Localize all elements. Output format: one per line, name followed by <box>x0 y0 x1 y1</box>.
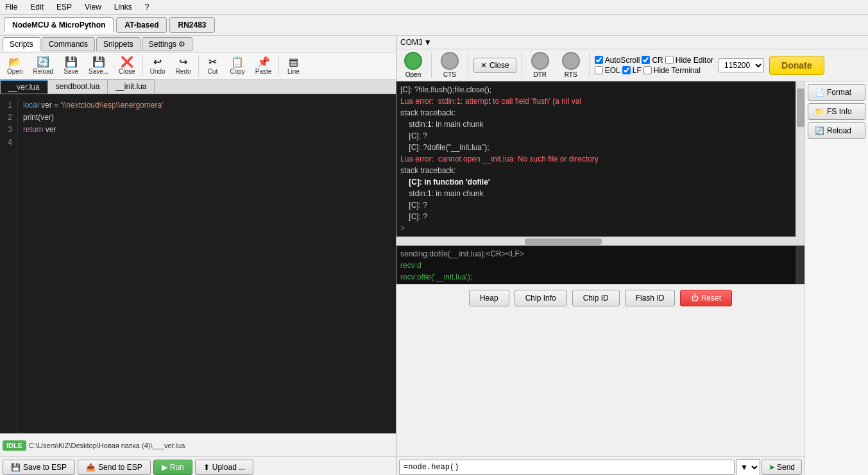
save-label: Save <box>64 68 78 75</box>
heap-button[interactable]: Heap <box>469 290 509 306</box>
toolbar-separator-3 <box>278 56 279 76</box>
file-tab-init[interactable]: __init.lua <box>107 79 155 94</box>
reset-icon: ⏻ <box>691 294 699 303</box>
redo-label: Redo <box>176 68 191 75</box>
log-output[interactable]: sending:dofile(__init.lua);<CR><LF> recv… <box>396 246 796 284</box>
save-button[interactable]: 💾 Save <box>59 55 83 77</box>
undo-button[interactable]: ↩ Undo <box>146 55 170 77</box>
dtr-label: DTR <box>533 71 547 78</box>
tab-nodemcu[interactable]: NodeMCU & MicroPython <box>4 17 114 33</box>
fs-info-button[interactable]: 📁 FS Info <box>808 103 865 120</box>
toolbar-tab-bar: Scripts Commands Snippets Settings ⚙ <box>0 36 396 53</box>
command-dropdown[interactable]: ▼ <box>736 459 760 475</box>
open-conn-button[interactable]: Open <box>400 52 426 78</box>
right-spacer <box>396 312 804 456</box>
send-to-esp-button[interactable]: 📤 Send to ESP <box>78 460 151 475</box>
eol-label: EOL <box>605 66 620 75</box>
reset-button[interactable]: ⏻ Reset <box>680 290 732 306</box>
tab-settings[interactable]: Settings ⚙ <box>142 37 193 51</box>
reload-esp-icon: 🔄 <box>815 126 824 135</box>
open-button[interactable]: 📂 Open <box>3 55 27 77</box>
file-tab-sendboot[interactable]: sendboot.lua <box>47 79 108 94</box>
menu-view[interactable]: View <box>82 1 104 13</box>
menu-esp[interactable]: ESP <box>54 1 74 13</box>
terminal-output[interactable]: [C]: ?file.flush();file.close(); Lua err… <box>396 81 796 237</box>
eol-checkbox[interactable] <box>595 66 603 74</box>
horizontal-scrollbar[interactable] <box>396 237 804 246</box>
menu-links[interactable]: Links <box>112 1 135 13</box>
dtr-button[interactable]: DTR <box>527 52 553 78</box>
command-input[interactable] <box>399 460 735 475</box>
terminal-line: stdin:1: in main chunk <box>400 188 792 199</box>
save-to-esp-button[interactable]: 💾 Save to ESP <box>3 460 75 475</box>
cts-button[interactable]: CTS <box>437 52 463 78</box>
run-button[interactable]: ▶ Run <box>153 460 192 475</box>
conn-separator-4 <box>589 53 590 78</box>
chip-id-button[interactable]: Chip ID <box>572 290 620 306</box>
terminal-line: [C]: in function 'dofile' <box>400 176 792 188</box>
hide-terminal-checkbox[interactable] <box>643 66 652 74</box>
reload-button[interactable]: 🔄 Reload <box>28 55 58 77</box>
status-path: C:\Users\KiZ\Desktop\Новая папка (4)\___… <box>29 442 185 449</box>
menu-bar: File Edit ESP View Links ? <box>0 0 868 15</box>
horiz-scrollbar-thumb <box>525 238 602 245</box>
status-bar: IDLE C:\Users\KiZ\Desktop\Новая папка (4… <box>0 433 396 456</box>
com-port-selector[interactable]: COM3 ▼ <box>400 38 432 47</box>
tab-commands[interactable]: Commands <box>42 37 95 51</box>
tab-scripts[interactable]: Scripts <box>3 37 40 51</box>
terminal-scrollbar[interactable] <box>796 81 804 237</box>
chip-info-button[interactable]: Chip Info <box>515 290 567 306</box>
line-label: Line <box>287 68 300 75</box>
rts-button[interactable]: RTS <box>558 52 584 78</box>
terminal-line: Lua error: cannot open __init.lua: No su… <box>400 153 792 165</box>
save-icon: 💾 <box>65 57 78 67</box>
com-port-label: COM3 <box>400 38 423 47</box>
open-indicator <box>404 52 422 70</box>
reload-icon: 🔄 <box>37 57 49 67</box>
reload-esp-button[interactable]: 🔄 Reload <box>808 122 865 139</box>
log-scrollbar[interactable] <box>796 246 804 284</box>
send-esp-icon: 📤 <box>86 463 96 472</box>
checkbox-group: AutoScroll CR Hide Editor EOL LF Hide Te… <box>595 56 713 75</box>
flash-id-button[interactable]: Flash ID <box>625 290 676 306</box>
tab-rn2483[interactable]: RN2483 <box>169 17 214 33</box>
upload-button[interactable]: ⬆ Upload ... <box>195 460 253 475</box>
log-line: sending:dofile(__init.lua);<CR><LF> <box>400 248 792 260</box>
tab-snippets[interactable]: Snippets <box>96 37 140 51</box>
send-button[interactable]: ➤ Send <box>762 460 802 475</box>
hide-editor-checkbox[interactable] <box>665 56 674 64</box>
save-as-icon: 💾 <box>92 57 105 67</box>
side-buttons-panel: 📄 Format 📁 FS Info 🔄 Reload <box>804 81 868 475</box>
copy-button[interactable]: 📋 Copy <box>226 55 250 77</box>
cut-button[interactable]: ✂ Cut <box>201 55 225 77</box>
tab-at-based[interactable]: AT-based <box>116 17 167 33</box>
redo-button[interactable]: ↪ Redo <box>171 55 196 77</box>
toolbar-separator-2 <box>198 56 199 76</box>
autoscroll-checkbox[interactable] <box>595 56 603 64</box>
lf-checkbox[interactable] <box>622 66 631 74</box>
code-content[interactable]: local ver = '\\nextcloud\\esp\\energomer… <box>18 94 396 433</box>
dtr-indicator <box>531 52 549 70</box>
terminal-section: [C]: ?file.flush();file.close(); Lua err… <box>396 81 868 475</box>
menu-edit[interactable]: Edit <box>28 1 46 13</box>
format-button[interactable]: 📄 Format <box>808 84 865 101</box>
donate-button[interactable]: Donate <box>769 56 824 75</box>
code-editor[interactable]: 1 2 3 4 local ver = '\\nextcloud\\esp\\e… <box>0 94 396 433</box>
reload-label: Reload <box>33 68 53 75</box>
terminal-line: [C]: ? <box>400 130 792 142</box>
file-tab-ver[interactable]: __ver.lua <box>0 79 48 94</box>
save-as-button[interactable]: 💾 Save... <box>84 55 113 77</box>
menu-help[interactable]: ? <box>142 1 152 13</box>
paste-button[interactable]: 📌 Paste <box>251 55 277 77</box>
cr-checkbox[interactable] <box>642 56 650 64</box>
menu-file[interactable]: File <box>3 1 20 13</box>
open-label: Open <box>7 68 22 75</box>
baud-rate-select[interactable]: 115200 9600 57600 <box>719 58 764 72</box>
fs-info-icon: 📁 <box>815 107 824 116</box>
close-conn-icon: ✕ <box>481 61 487 70</box>
undo-icon: ↩ <box>153 57 162 67</box>
close-button[interactable]: ❌ Close <box>114 55 140 77</box>
hide-editor-label: Hide Editor <box>676 56 713 65</box>
close-conn-button[interactable]: ✕ Close <box>473 58 516 73</box>
line-button[interactable]: ▤ Line <box>282 55 305 77</box>
